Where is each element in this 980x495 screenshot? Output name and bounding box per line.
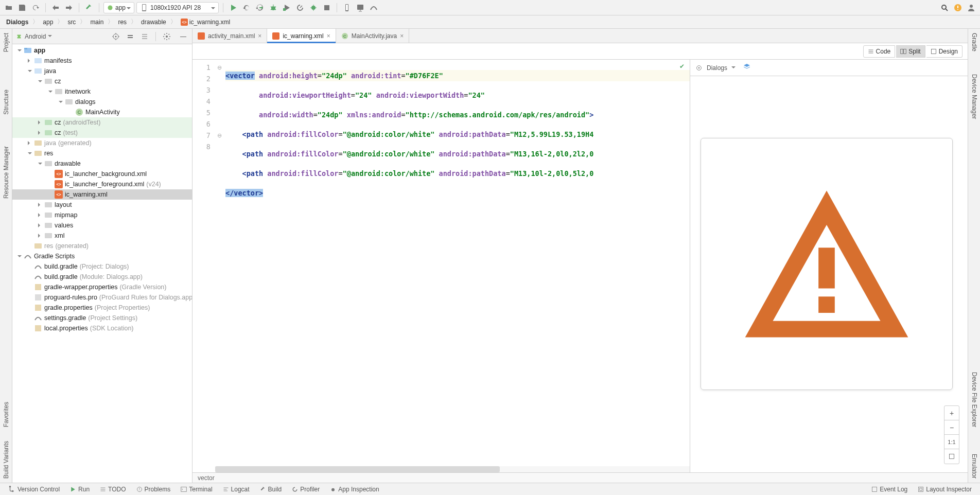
user-icon[interactable] <box>966 2 977 13</box>
search-icon[interactable] <box>939 2 950 13</box>
status-event-log[interactable]: Event Log <box>867 484 912 494</box>
device-dropdown[interactable]: 1080x1920 API 28 <box>136 2 219 13</box>
rail-device-file-explorer[interactable]: Device File Explorer <box>968 368 980 431</box>
tree-cz-androidtest[interactable]: cz (androidTest) <box>12 117 192 128</box>
tree-gradle-wrapper[interactable]: gradle-wrapper.properties (Gradle Versio… <box>12 282 192 292</box>
status-todo[interactable]: TODO <box>96 484 130 494</box>
zoom-in[interactable]: + <box>944 406 959 420</box>
rail-favorites[interactable]: Favorites <box>0 398 12 431</box>
tree-java-generated[interactable]: java (generated) <box>12 138 192 148</box>
preview-title[interactable]: Dialogs <box>707 64 727 72</box>
crumb-main[interactable]: main <box>88 17 106 27</box>
drawable-canvas[interactable] <box>701 138 953 390</box>
editor-hscrollbar[interactable] <box>215 466 690 472</box>
tab-ic-warning[interactable]: ic_warning.xml × <box>267 29 336 43</box>
save-icon[interactable] <box>16 2 28 13</box>
hide-panel-icon[interactable]: — <box>178 31 189 42</box>
rail-project[interactable]: Project <box>0 29 12 56</box>
status-profiler[interactable]: Profiler <box>288 484 324 494</box>
rail-structure[interactable]: Structure <box>0 85 12 119</box>
editor-breadcrumb[interactable]: vector <box>192 472 968 483</box>
close-icon[interactable]: × <box>327 32 330 40</box>
analysis-pass-icon[interactable]: ✔ <box>679 63 685 70</box>
tree-ic-warning[interactable]: <> ic_warning.xml <box>12 189 192 200</box>
code-content[interactable]: <vector android:height="24dp" android:ti… <box>223 60 690 472</box>
tree-java[interactable]: java <box>12 66 192 76</box>
avd-manager-icon[interactable] <box>341 2 353 13</box>
rail-device-manager[interactable]: Device Manager <box>968 70 980 123</box>
tree-manifests[interactable]: manifests <box>12 56 192 66</box>
attach-debugger-icon[interactable] <box>308 2 319 13</box>
zoom-fit[interactable] <box>944 449 959 464</box>
fold-gutter[interactable]: ⊖⊖ <box>215 60 223 472</box>
rail-resource-manager[interactable]: Resource Manager <box>0 142 12 203</box>
tree-app[interactable]: app <box>12 45 192 56</box>
build-hammer-icon[interactable] <box>83 2 95 13</box>
profile-icon[interactable] <box>294 2 306 13</box>
tree-gradle-properties[interactable]: gradle.properties (Project Properties) <box>12 303 192 313</box>
sync-gradle-icon[interactable] <box>368 2 379 13</box>
tree-itnetwork[interactable]: itnetwork <box>12 86 192 97</box>
close-icon[interactable]: × <box>258 32 261 40</box>
run-icon[interactable] <box>227 2 239 13</box>
collapse-all-icon[interactable] <box>139 31 150 42</box>
tree-dialogs[interactable]: dialogs <box>12 97 192 107</box>
status-vcs[interactable]: Version Control <box>4 484 64 494</box>
project-mode-label[interactable]: Android <box>25 33 46 40</box>
forward-arrow-icon[interactable] <box>63 2 75 13</box>
tree-values[interactable]: values <box>12 220 192 231</box>
tree-mainactivity[interactable]: C MainActivity <box>12 107 192 117</box>
code-editor[interactable]: 1 2 3 4 5 6 7 8 ⊖⊖ <vector android:h <box>192 60 690 472</box>
tree-layout[interactable]: layout <box>12 200 192 210</box>
tree-ic-fg[interactable]: <> ic_launcher_foreground.xml (v24) <box>12 179 192 189</box>
rail-emulator[interactable]: Emulator <box>968 450 980 483</box>
project-tree[interactable]: app manifests java cz itnetwork <box>12 44 192 483</box>
debug-icon[interactable] <box>268 2 279 13</box>
expand-all-icon[interactable] <box>125 31 136 42</box>
gear-icon[interactable] <box>161 31 172 42</box>
view-code[interactable]: Code <box>863 45 896 58</box>
view-design[interactable]: Design <box>926 45 962 58</box>
sync-icon[interactable] <box>30 2 41 13</box>
crumb-app[interactable]: app <box>41 17 55 27</box>
back-arrow-icon[interactable] <box>50 2 61 13</box>
tree-res[interactable]: res <box>12 148 192 158</box>
tree-build-gradle-module[interactable]: build.gradle (Module: Dialogs.app) <box>12 272 192 282</box>
apply-code-changes-icon[interactable] <box>254 2 266 13</box>
open-icon[interactable] <box>3 2 14 13</box>
view-split[interactable]: Split <box>896 45 925 58</box>
run-config-dropdown[interactable]: app <box>103 2 134 13</box>
crumb-src[interactable]: src <box>65 17 78 27</box>
tree-proguard[interactable]: proguard-rules.pro (ProGuard Rules for D… <box>12 292 192 303</box>
zoom-11[interactable]: 1:1 <box>944 435 959 449</box>
crumb-res[interactable]: res <box>116 17 129 27</box>
tab-activity-main[interactable]: activity_main.xml × <box>192 29 267 43</box>
coverage-icon[interactable] <box>281 2 292 13</box>
rail-build-variants[interactable]: Build Variants <box>0 437 12 483</box>
updates-icon[interactable] <box>952 2 964 13</box>
status-terminal[interactable]: Terminal <box>177 484 216 494</box>
status-build[interactable]: Build <box>256 484 286 494</box>
tree-local-properties[interactable]: local.properties (SDK Location) <box>12 323 192 333</box>
stop-icon[interactable] <box>321 2 332 13</box>
tree-cz[interactable]: cz <box>12 76 192 86</box>
layers-icon[interactable] <box>743 63 751 73</box>
locate-file-icon[interactable] <box>110 31 121 42</box>
crumb-root[interactable]: Dialogs <box>4 17 30 27</box>
crumb-file[interactable]: <>ic_warning.xml <box>179 17 232 27</box>
sdk-manager-icon[interactable] <box>355 2 366 13</box>
tree-gradle-scripts[interactable]: Gradle Scripts <box>12 251 192 261</box>
close-icon[interactable]: × <box>400 32 404 40</box>
tree-settings-gradle[interactable]: settings.gradle (Project Settings) <box>12 313 192 323</box>
rail-gradle[interactable]: Gradle <box>968 29 980 56</box>
status-app-inspection[interactable]: App Inspection <box>326 484 383 494</box>
tree-build-gradle-project[interactable]: build.gradle (Project: Dialogs) <box>12 261 192 272</box>
tree-mipmap[interactable]: mipmap <box>12 210 192 220</box>
status-logcat[interactable]: Logcat <box>219 484 254 494</box>
apply-changes-restart-icon[interactable] <box>241 2 252 13</box>
tree-cz-test[interactable]: cz (test) <box>12 128 192 138</box>
crumb-drawable[interactable]: drawable <box>139 17 168 27</box>
tab-mainactivity[interactable]: C MainActivity.java × <box>336 29 410 43</box>
zoom-out[interactable]: − <box>944 420 959 435</box>
tree-drawable[interactable]: drawable <box>12 158 192 169</box>
